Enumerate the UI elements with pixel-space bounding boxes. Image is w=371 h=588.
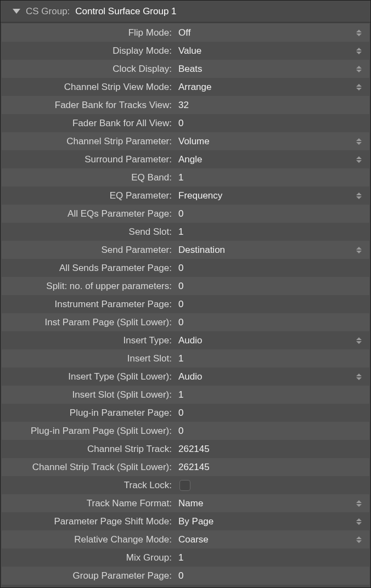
parameter-value[interactable]: 0 xyxy=(176,408,354,419)
parameter-label: Flip Mode: xyxy=(2,27,176,38)
parameter-label: Insert Slot (Split Lower): xyxy=(2,389,176,400)
parameter-label: Group Parameter Page: xyxy=(2,570,176,581)
dropdown-stepper-icon[interactable] xyxy=(354,48,369,54)
parameter-value[interactable]: Value xyxy=(176,46,354,56)
panel-header[interactable]: CS Group: Control Surface Group 1 xyxy=(1,1,370,22)
parameter-value[interactable]: 262145 xyxy=(176,444,354,455)
parameter-value[interactable]: Volume xyxy=(176,136,354,147)
chevron-up-icon xyxy=(356,337,362,340)
parameter-label: Parameter Page Shift Mode: xyxy=(2,516,176,527)
parameter-row: Channel Strip Parameter:Volume xyxy=(2,132,369,150)
parameter-value[interactable]: 0 xyxy=(176,208,354,219)
dropdown-stepper-icon[interactable] xyxy=(354,500,369,507)
header-value: Control Surface Group 1 xyxy=(75,6,176,17)
dropdown-stepper-icon[interactable] xyxy=(354,337,369,344)
parameter-value[interactable]: 1 xyxy=(176,227,354,238)
parameter-row: Channel Strip Track (Split Lower):262145 xyxy=(2,458,369,476)
parameter-value[interactable]: Coarse xyxy=(176,534,354,545)
parameter-value[interactable]: 32 xyxy=(176,100,354,111)
parameter-row: Send Parameter:Destination xyxy=(2,241,369,259)
parameter-row: Display Mode:Value xyxy=(2,42,369,60)
dropdown-stepper-icon[interactable] xyxy=(354,518,369,525)
parameter-value[interactable]: 262145 xyxy=(176,462,354,473)
chevron-down-icon xyxy=(356,341,362,344)
parameter-value[interactable]: 0 xyxy=(176,317,354,328)
parameter-row: Insert Slot (Split Lower):1 xyxy=(2,386,369,404)
parameter-value[interactable]: Audio xyxy=(176,371,354,382)
parameter-value[interactable]: Destination xyxy=(176,245,354,256)
parameter-value[interactable]: Off xyxy=(176,27,354,38)
parameter-value[interactable]: Angle xyxy=(176,154,354,165)
parameter-row: EQ Parameter:Frequency xyxy=(2,186,369,205)
parameter-label: Inst Param Page (Split Lower): xyxy=(2,317,176,328)
parameter-row: All Sends Parameter Page:0 xyxy=(2,259,369,277)
parameter-label: EQ Parameter: xyxy=(2,190,176,201)
chevron-down-icon xyxy=(356,540,362,543)
chevron-up-icon xyxy=(356,30,362,32)
dropdown-stepper-icon[interactable] xyxy=(354,374,369,380)
parameter-value[interactable]: Beats xyxy=(176,64,354,75)
parameter-row: Group Parameter Page:0 xyxy=(2,567,369,585)
parameter-label: Channel Strip Track: xyxy=(2,444,176,455)
parameter-value[interactable]: 0 xyxy=(176,263,354,274)
parameter-value[interactable]: Name xyxy=(176,498,354,509)
parameter-row: Parameter Page Shift Mode:By Page xyxy=(2,512,369,530)
parameter-label: Track Lock: xyxy=(2,480,176,491)
parameter-value[interactable]: By Page xyxy=(176,516,354,527)
parameter-value[interactable]: Frequency xyxy=(176,190,354,201)
parameter-label: Split: no. of upper parameters: xyxy=(2,281,176,292)
dropdown-stepper-icon[interactable] xyxy=(354,536,369,543)
parameter-value[interactable]: 1 xyxy=(176,389,354,400)
parameter-label: Surround Parameter: xyxy=(2,154,176,165)
chevron-down-icon xyxy=(356,251,362,253)
parameter-row: Fader Bank for Tracks View:32 xyxy=(2,96,369,114)
parameter-row: Plug-in Param Page (Split Lower):0 xyxy=(2,422,369,440)
parameter-rows: Flip Mode:OffDisplay Mode:ValueClock Dis… xyxy=(1,22,370,585)
parameter-label: Fader Bank for All View: xyxy=(2,118,176,129)
dropdown-stepper-icon[interactable] xyxy=(354,30,369,36)
parameter-value[interactable]: Arrange xyxy=(176,82,354,93)
dropdown-stepper-icon[interactable] xyxy=(354,138,369,145)
checkbox[interactable] xyxy=(179,480,190,491)
parameter-label: Channel Strip Track (Split Lower): xyxy=(2,462,176,473)
dropdown-stepper-icon[interactable] xyxy=(354,84,369,91)
parameter-row: Instrument Parameter Page:0 xyxy=(2,295,369,313)
chevron-down-icon xyxy=(356,522,362,525)
parameter-value[interactable]: 0 xyxy=(176,570,354,581)
chevron-down-icon xyxy=(356,196,362,199)
cs-group-panel: CS Group: Control Surface Group 1 Flip M… xyxy=(0,0,371,588)
chevron-up-icon xyxy=(356,536,362,539)
parameter-row: Split: no. of upper parameters:0 xyxy=(2,277,369,295)
parameter-value xyxy=(176,480,354,491)
dropdown-stepper-icon[interactable] xyxy=(354,247,369,253)
parameter-value[interactable]: 0 xyxy=(176,118,354,129)
parameter-value[interactable]: 1 xyxy=(176,353,354,364)
parameter-row: Inst Param Page (Split Lower):0 xyxy=(2,313,369,331)
parameter-row: Track Name Format:Name xyxy=(2,494,369,512)
parameter-row: Insert Type (Split Lower):Audio xyxy=(2,368,369,386)
parameter-row: Channel Strip Track:262145 xyxy=(2,440,369,458)
parameter-label: Send Slot: xyxy=(2,227,176,238)
parameter-label: Track Name Format: xyxy=(2,498,176,509)
parameter-row: Mix Group:1 xyxy=(2,549,369,567)
chevron-up-icon xyxy=(356,66,362,69)
dropdown-stepper-icon[interactable] xyxy=(354,193,369,199)
parameter-value[interactable]: 0 xyxy=(176,299,354,310)
disclosure-triangle-icon[interactable] xyxy=(13,9,20,14)
chevron-up-icon xyxy=(356,138,362,141)
parameter-value[interactable]: 1 xyxy=(176,552,354,563)
parameter-label: Instrument Parameter Page: xyxy=(2,299,176,310)
chevron-up-icon xyxy=(356,247,362,250)
parameter-label: Send Parameter: xyxy=(2,245,176,256)
parameter-value[interactable]: 0 xyxy=(176,426,354,437)
dropdown-stepper-icon[interactable] xyxy=(354,156,369,163)
parameter-label: Fader Bank for Tracks View: xyxy=(2,100,176,111)
parameter-label: Insert Slot: xyxy=(2,353,176,364)
parameter-row: EQ Band:1 xyxy=(2,168,369,186)
parameter-value[interactable]: Audio xyxy=(176,335,354,346)
parameter-value[interactable]: 0 xyxy=(176,281,354,292)
parameter-row: Insert Type:Audio xyxy=(2,331,369,349)
parameter-value[interactable]: 1 xyxy=(176,172,354,183)
parameter-row: Send Slot:1 xyxy=(2,223,369,241)
dropdown-stepper-icon[interactable] xyxy=(354,66,369,72)
